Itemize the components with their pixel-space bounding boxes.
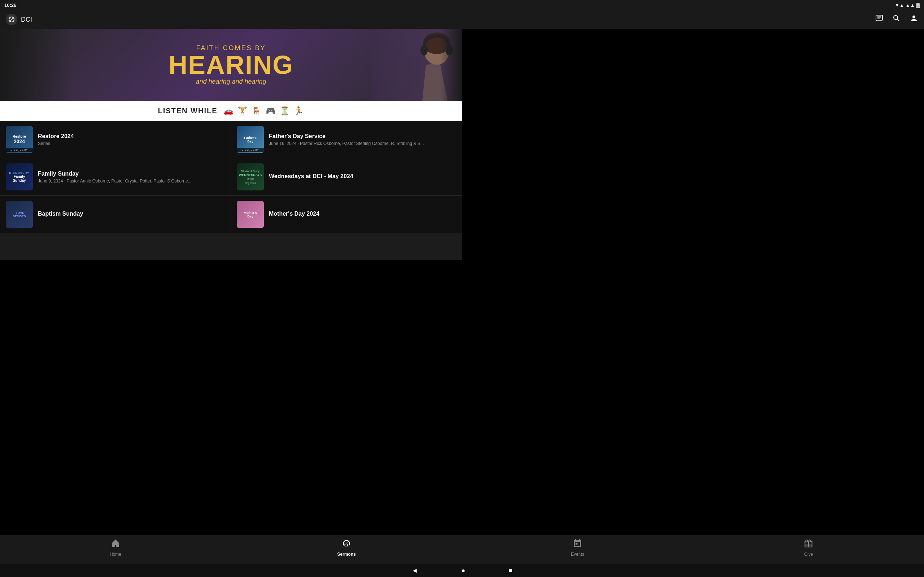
info-baptism: Baptism Sunday — [38, 211, 225, 219]
list-row-1: Restore2024 DISC_VERY Restore 2024 Serie… — [0, 121, 462, 158]
workout-icon: 🏋️ — [237, 106, 248, 116]
hero-banner: FAITH COMES BY HEARING and hearing and h… — [0, 29, 462, 101]
car-icon: 🚗 — [223, 106, 234, 116]
title-baptism: Baptism Sunday — [38, 211, 225, 217]
info-wednesdays: Wednesdays at DCI - May 2024 — [269, 173, 456, 181]
timer-icon: ⏳ — [280, 106, 290, 116]
title-restore-2024: Restore 2024 — [38, 133, 225, 140]
subtitle-restore-2024: Series — [38, 141, 225, 146]
list-item-mothers-day[interactable]: Mother'sDay Mother's Day 2024 — [231, 196, 462, 233]
status-time: 10:26 — [4, 3, 16, 8]
app-bar: DCI — [0, 10, 462, 29]
list-row-2: Discovery FamilySunday Family Sunday Jun… — [0, 158, 462, 196]
list-item-family-sunday[interactable]: Discovery FamilySunday Family Sunday Jun… — [0, 158, 231, 195]
logo-area: DCI — [6, 14, 462, 25]
list-item-wednesdays[interactable]: Mid-Week StudyWEDNESDAYS@ dci May 2024 W… — [231, 158, 462, 195]
info-mothers-day: Mother's Day 2024 — [269, 211, 456, 219]
status-bar: 10:26 ▼▲ ▲▲ ▓ — [0, 0, 462, 10]
thumbnail-fathers-day: Father'sDay DISC_VERY — [237, 126, 264, 153]
listen-icons-container: 🚗 🏋️ 🪑 🎮 ⏳ 🏃 — [223, 106, 304, 116]
banner-title: HEARING — [168, 52, 294, 78]
title-family-sunday: Family Sunday — [38, 171, 225, 177]
title-mothers-day: Mother's Day 2024 — [269, 211, 456, 217]
title-fathers-day: Father's Day Service — [269, 133, 456, 140]
app-logo — [6, 14, 17, 25]
list-row-3: I HAVEDECIDED Baptism Sunday Mother'sDay… — [0, 196, 462, 233]
thumbnail-mothers-day: Mother'sDay — [237, 201, 264, 228]
thumbnail-wednesdays: Mid-Week StudyWEDNESDAYS@ dci May 2024 — [237, 163, 264, 190]
thumbnail-baptism: I HAVEDECIDED — [6, 201, 33, 228]
subtitle-family-sunday: June 9, 2024 · Pastor Annie Osborne, Pas… — [38, 179, 225, 184]
app-title: DCI — [21, 16, 32, 23]
list-item-fathers-day[interactable]: Father'sDay DISC_VERY Father's Day Servi… — [231, 121, 462, 158]
listen-label: LISTEN WHILE — [158, 107, 217, 115]
title-wednesdays: Wednesdays at DCI - May 2024 — [269, 173, 456, 180]
subtitle-fathers-day: June 16, 2024 · Pastor Rick Osborne, Pas… — [269, 141, 456, 146]
thumbnail-restore-2024: Restore2024 DISC_VERY — [6, 126, 33, 153]
listen-bar: LISTEN WHILE 🚗 🏋️ 🪑 🎮 ⏳ 🏃 — [0, 101, 462, 121]
svg-point-3 — [420, 45, 428, 56]
info-fathers-day: Father's Day Service June 16, 2024 · Pas… — [269, 133, 456, 146]
list-item-restore-2024[interactable]: Restore2024 DISC_VERY Restore 2024 Serie… — [0, 121, 231, 158]
thumbnail-family-sunday: Discovery FamilySunday — [6, 163, 33, 190]
activity-icon: 🏃 — [294, 106, 304, 116]
info-restore-2024: Restore 2024 Series — [38, 133, 225, 146]
list-item-baptism[interactable]: I HAVEDECIDED Baptism Sunday — [0, 196, 231, 233]
banner-content: FAITH COMES BY HEARING and hearing and h… — [162, 44, 300, 85]
game-icon: 🎮 — [266, 106, 276, 116]
content-list: Restore2024 DISC_VERY Restore 2024 Serie… — [0, 121, 462, 233]
main-content: FAITH COMES BY HEARING and hearing and h… — [0, 29, 462, 259]
desk-icon: 🪑 — [252, 106, 262, 116]
info-family-sunday: Family Sunday June 9, 2024 · Pastor Anni… — [38, 171, 225, 184]
